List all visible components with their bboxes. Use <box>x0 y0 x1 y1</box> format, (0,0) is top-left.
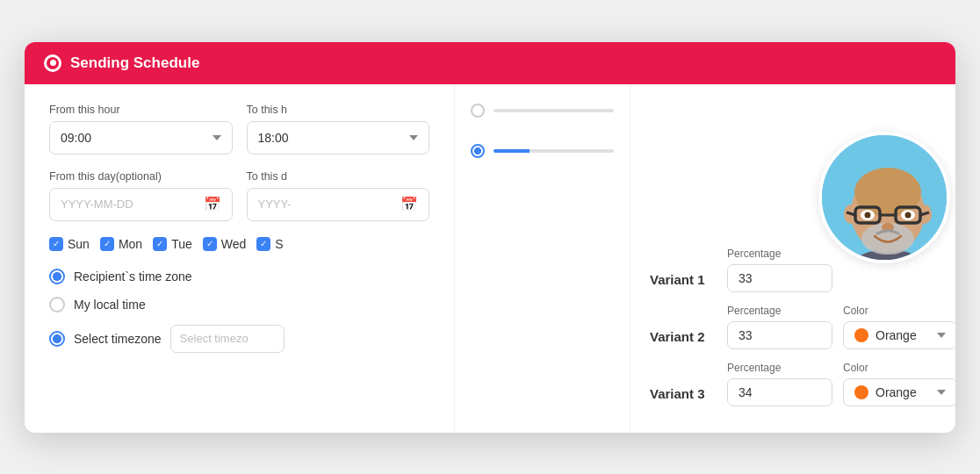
variant-3-color-value: Orange <box>876 385 930 399</box>
to-calendar-icon: 📅 <box>400 196 418 212</box>
variant-3-color-label: Color <box>843 362 955 374</box>
variant-3-pct-label: Percentage <box>727 362 832 374</box>
select-timezone-radio[interactable] <box>49 331 65 347</box>
calendar-icon: 📅 <box>204 196 221 212</box>
slider-row-2 <box>471 144 614 158</box>
middle-panel <box>455 84 631 433</box>
variant-3-pct-input[interactable] <box>727 378 832 406</box>
variant-2-pct-group: Percentage <box>727 305 832 349</box>
from-hour-select[interactable]: 09:00 <box>49 121 233 154</box>
svg-point-15 <box>865 212 871 218</box>
variant-3-fields: Percentage Color Orange <box>727 362 955 406</box>
local-time-label: My local time <box>74 298 146 312</box>
from-day-group: From this day(optional) YYYY-MM-DD 📅 <box>49 170 233 221</box>
to-hour-select[interactable]: 18:00 <box>247 121 430 154</box>
from-hour-value: 09:00 <box>61 131 91 145</box>
select-timezone-label: Select timezone <box>74 332 162 346</box>
variant-2-color-label: Color <box>843 305 955 317</box>
day-s[interactable]: S <box>256 237 283 251</box>
variant-3-pct-group: Percentage <box>727 362 832 406</box>
wed-checkbox[interactable] <box>203 237 217 251</box>
mon-label: Mon <box>119 237 142 251</box>
variant-2-color-group: Color Orange <box>843 305 955 349</box>
select-timezone-option[interactable]: Select timezone Select timezo <box>49 325 429 353</box>
avatar <box>818 132 950 263</box>
hour-row: From this hour 09:00 To this h 18:00 <box>49 104 429 154</box>
modal-body: From this hour 09:00 To this h 18:00 <box>25 84 955 433</box>
variant-2-fields: Percentage Color Orange <box>727 305 955 349</box>
slider-row-1 <box>471 104 614 118</box>
from-hour-label: From this hour <box>49 104 233 116</box>
to-hour-chevron-icon <box>409 135 418 140</box>
to-day-input[interactable]: YYYY- 📅 <box>247 188 430 221</box>
variant-2-label: Variant 2 <box>650 305 713 344</box>
to-day-label: To this d <box>247 170 430 183</box>
variant-2-color-select[interactable]: Orange <box>843 321 955 349</box>
svg-point-16 <box>905 212 912 218</box>
local-time-option[interactable]: My local time <box>49 297 429 312</box>
day-tue[interactable]: Tue <box>153 237 192 251</box>
to-day-group: To this d YYYY- 📅 <box>247 170 430 221</box>
variant-1-pct-group: Percentage <box>727 248 832 292</box>
recipient-timezone-option[interactable]: Recipient`s time zone <box>49 269 429 284</box>
variant-2-row: Variant 2 Percentage Color Orange <box>650 305 955 349</box>
to-hour-value: 18:00 <box>258 131 289 145</box>
variant-3-color-group: Color Orange <box>843 362 955 406</box>
variant-2-color-dot <box>854 328 868 342</box>
timezone-radio-group: Recipient`s time zone My local time Sele… <box>49 269 429 353</box>
variant-1-pct-input[interactable] <box>727 264 832 292</box>
variant-3-row: Variant 3 Percentage Color Orange <box>650 362 955 406</box>
tue-label: Tue <box>171 237 192 251</box>
sending-schedule-icon <box>44 54 61 72</box>
local-time-radio[interactable] <box>49 297 65 312</box>
right-panel: Variant 1 Percentage Variant 2 <box>631 84 955 433</box>
from-hour-group: From this hour 09:00 <box>49 104 233 154</box>
modal-title: Sending Schedule <box>70 54 199 72</box>
chevron-down-icon <box>213 135 221 140</box>
day-sun[interactable]: Sun <box>49 237 90 251</box>
day-mon[interactable]: Mon <box>100 237 142 251</box>
variant-1-label: Variant 1 <box>650 248 713 287</box>
slider1-track[interactable] <box>494 109 614 112</box>
s-label: S <box>275 237 283 251</box>
from-day-input[interactable]: YYYY-MM-DD 📅 <box>49 188 233 221</box>
recipient-timezone-radio[interactable] <box>49 269 65 284</box>
slider1-radio[interactable] <box>471 104 485 118</box>
variant-3-color-chevron <box>937 390 946 395</box>
avatar-area <box>818 132 950 263</box>
s-checkbox[interactable] <box>256 237 270 251</box>
timezone-select-input[interactable]: Select timezo <box>170 325 285 353</box>
from-day-label: From this day(optional) <box>49 170 233 183</box>
variant-2-pct-input[interactable] <box>727 321 832 349</box>
variant-1-pct-label: Percentage <box>727 248 832 260</box>
day-row: From this day(optional) YYYY-MM-DD 📅 To … <box>49 170 429 221</box>
sun-checkbox[interactable] <box>49 237 63 251</box>
to-day-placeholder: YYYY- <box>258 198 292 211</box>
slider2-track[interactable] <box>494 149 614 153</box>
variant-2-pct-label: Percentage <box>727 305 832 317</box>
wed-label: Wed <box>221 237 247 251</box>
to-hour-group: To this h 18:00 <box>247 104 430 154</box>
variants-list: Variant 1 Percentage Variant 2 <box>650 248 955 419</box>
variant-3-color-select[interactable]: Orange <box>843 378 955 406</box>
left-panel: From this hour 09:00 To this h 18:00 <box>25 84 455 433</box>
variant-2-color-chevron <box>937 333 946 338</box>
days-row: Sun Mon Tue Wed <box>49 237 429 251</box>
modal-header: Sending Schedule <box>25 42 955 84</box>
from-day-placeholder: YYYY-MM-DD <box>61 198 133 211</box>
variant-2-color-value: Orange <box>876 328 930 342</box>
recipient-timezone-label: Recipient`s time zone <box>74 269 192 284</box>
variant-3-label: Variant 3 <box>650 362 713 401</box>
day-wed[interactable]: Wed <box>203 237 247 251</box>
svg-point-7 <box>854 168 921 217</box>
sun-label: Sun <box>68 237 90 251</box>
slider2-radio[interactable] <box>471 144 485 158</box>
tue-checkbox[interactable] <box>153 237 167 251</box>
to-hour-label: To this h <box>247 104 430 116</box>
mon-checkbox[interactable] <box>100 237 114 251</box>
variant-3-color-dot <box>854 385 868 399</box>
sending-schedule-modal: Sending Schedule From this hour 09:00 <box>25 42 955 433</box>
timezone-placeholder: Select timezo <box>180 332 249 345</box>
